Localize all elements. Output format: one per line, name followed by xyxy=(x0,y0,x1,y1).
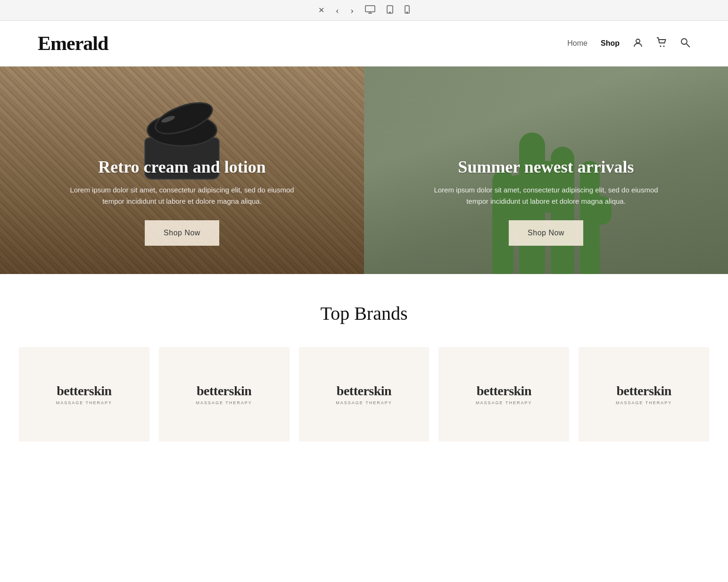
svg-point-4 xyxy=(390,12,391,13)
svg-point-8 xyxy=(660,45,662,47)
search-icon[interactable] xyxy=(680,37,690,50)
nav-home[interactable]: Home xyxy=(567,39,587,48)
brand-card[interactable]: betterskin MASSAGE THERAPY xyxy=(579,347,709,441)
svg-point-7 xyxy=(636,39,640,43)
left-hero-title: Retro cream and lotion xyxy=(69,157,295,177)
account-icon[interactable] xyxy=(633,37,643,50)
right-hero-desc: Lorem ipsum dolor sit amet, consectetur … xyxy=(433,184,659,207)
brand-card[interactable]: betterskin MASSAGE THERAPY xyxy=(159,347,290,441)
phone-icon[interactable] xyxy=(405,5,410,16)
brand-subtitle-0: MASSAGE THERAPY xyxy=(56,400,112,405)
hero-banner-left: Retro cream and lotion Lorem ipsum dolor… xyxy=(0,67,364,274)
svg-point-10 xyxy=(681,39,687,44)
hero-banner-right: Summer newest arrivals Lorem ipsum dolor… xyxy=(364,67,728,274)
right-shop-now-button[interactable]: Shop Now xyxy=(509,220,583,246)
svg-point-9 xyxy=(663,45,665,47)
brand-card[interactable]: betterskin MASSAGE THERAPY xyxy=(438,347,569,441)
svg-rect-0 xyxy=(365,6,375,12)
brands-section-title: Top Brands xyxy=(19,302,709,324)
site-logo: Emerald xyxy=(38,32,108,55)
brand-card[interactable]: betterskin MASSAGE THERAPY xyxy=(19,347,149,441)
monitor-icon[interactable] xyxy=(365,5,375,16)
hero-section: Retro cream and lotion Lorem ipsum dolor… xyxy=(0,67,728,274)
brand-name-3: betterskin xyxy=(477,383,531,399)
brand-subtitle-3: MASSAGE THERAPY xyxy=(476,400,532,405)
forward-icon[interactable]: › xyxy=(350,4,354,17)
brand-name-2: betterskin xyxy=(337,383,391,399)
brand-subtitle-2: MASSAGE THERAPY xyxy=(336,400,392,405)
left-shop-now-button[interactable]: Shop Now xyxy=(145,220,219,246)
brands-grid: betterskin MASSAGE THERAPY betterskin MA… xyxy=(19,347,709,441)
brand-subtitle-1: MASSAGE THERAPY xyxy=(196,400,252,405)
nav-shop[interactable]: Shop xyxy=(601,39,620,48)
brand-subtitle-4: MASSAGE THERAPY xyxy=(616,400,672,405)
close-icon[interactable]: ✕ xyxy=(318,6,324,15)
back-icon[interactable]: ‹ xyxy=(336,4,339,17)
svg-point-6 xyxy=(407,12,408,13)
brand-name-4: betterskin xyxy=(616,383,671,399)
site-nav: Home Shop xyxy=(567,37,690,50)
brand-card[interactable]: betterskin MASSAGE THERAPY xyxy=(299,347,430,441)
right-hero-content: Summer newest arrivals Lorem ipsum dolor… xyxy=(433,157,659,246)
cart-icon[interactable] xyxy=(656,37,667,50)
site-header: Emerald Home Shop xyxy=(0,21,728,67)
left-hero-desc: Lorem ipsum dolor sit amet, consectetur … xyxy=(69,184,295,207)
tablet-icon[interactable] xyxy=(387,5,393,16)
right-hero-title: Summer newest arrivals xyxy=(433,157,659,177)
brands-section: Top Brands betterskin MASSAGE THERAPY be… xyxy=(0,274,728,451)
brand-name-0: betterskin xyxy=(57,383,111,399)
brand-name-1: betterskin xyxy=(197,383,251,399)
svg-line-11 xyxy=(687,44,690,47)
left-hero-content: Retro cream and lotion Lorem ipsum dolor… xyxy=(69,157,295,246)
browser-toolbar: ✕ ‹ › xyxy=(0,0,728,21)
